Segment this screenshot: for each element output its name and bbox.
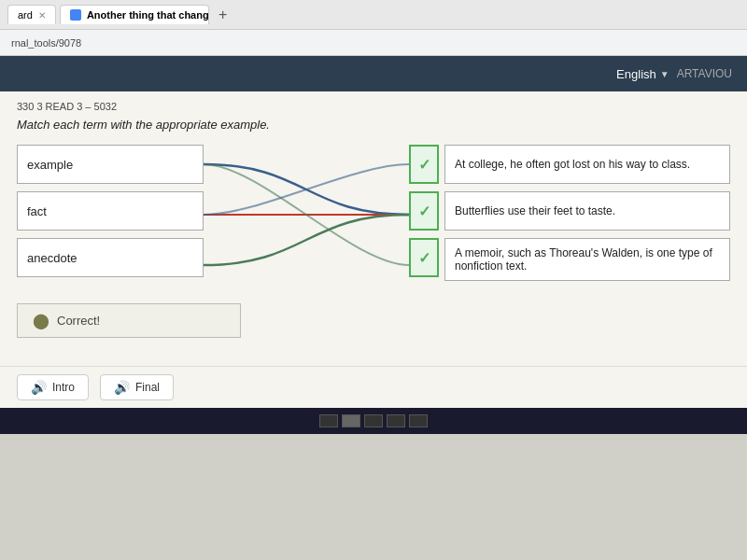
check-1-icon: ✓: [418, 156, 430, 174]
def-1: At college, he often got lost on his way…: [444, 145, 730, 184]
taskbar-btn-5[interactable]: [409, 414, 428, 427]
def-2: Butterflies use their feet to taste.: [444, 191, 730, 231]
instruction-text: Match each term with the appropriate exa…: [17, 118, 730, 132]
check-1: ✓: [409, 145, 439, 184]
chevron-down-icon: ▼: [660, 69, 669, 79]
app-header: English ▼ ARTAVIOU: [0, 56, 747, 91]
language-label: English: [616, 67, 656, 81]
tab-favicon: [70, 9, 81, 21]
feedback-box: ⬤ Correct!: [17, 303, 241, 338]
tab-active-label: Another thing that changed very: [87, 9, 209, 21]
breadcrumb: 330 3 READ 3 – 5032: [17, 101, 730, 112]
tab-label: ard: [18, 9, 33, 21]
taskbar-btn-3[interactable]: [364, 414, 383, 427]
check-column: ✓ ✓ ✓: [409, 145, 444, 277]
check-2-icon: ✓: [418, 203, 430, 220]
final-button[interactable]: 🔊 Final: [100, 374, 174, 400]
check-3: ✓: [409, 238, 439, 277]
content-area: 330 3 READ 3 – 5032 Match each term with…: [0, 91, 747, 366]
matching-exercise: example fact anecdote: [17, 145, 730, 285]
tab-ard[interactable]: ard ✕: [7, 5, 56, 24]
address-text: rnal_tools/9078: [11, 37, 81, 49]
feedback-icon: ⬤: [33, 312, 49, 329]
check-2: ✓: [409, 191, 439, 231]
term-fact[interactable]: fact: [17, 191, 204, 231]
final-label: Final: [135, 381, 160, 394]
taskbar-btn-4[interactable]: [387, 414, 405, 427]
term-example-label: example: [27, 158, 73, 172]
feedback-text: Correct!: [57, 314, 100, 328]
taskbar-btn-1[interactable]: [319, 414, 338, 427]
term-anecdote[interactable]: anecdote: [17, 238, 204, 277]
speaker-icon-intro: 🔊: [31, 380, 47, 395]
def-3: A memoir, such as Thoreau's Walden, is o…: [444, 238, 730, 281]
tab-active[interactable]: Another thing that changed very ✕: [60, 5, 209, 24]
connecting-lines: [204, 145, 409, 285]
def-3-text: A memoir, such as Thoreau's Walden, is o…: [455, 246, 720, 273]
term-fact-label: fact: [27, 204, 47, 218]
check-3-icon: ✓: [418, 249, 430, 267]
tab-close-icon[interactable]: ✕: [38, 10, 46, 21]
taskbar-btn-2[interactable]: [342, 414, 360, 427]
def-2-text: Butterflies use their feet to taste.: [455, 204, 615, 217]
speaker-icon-final: 🔊: [114, 380, 130, 395]
taskbar: [0, 408, 747, 434]
browser-tabs: ard ✕ Another thing that changed very ✕ …: [0, 0, 747, 30]
intro-label: Intro: [52, 381, 75, 394]
language-selector[interactable]: English ▼: [616, 67, 669, 81]
definitions-column: At college, he often got lost on his way…: [444, 145, 730, 281]
new-tab-button[interactable]: +: [213, 7, 233, 23]
terms-column: example fact anecdote: [17, 145, 204, 277]
term-example[interactable]: example: [17, 145, 204, 184]
term-anecdote-label: anecdote: [27, 251, 78, 265]
intro-button[interactable]: 🔊 Intro: [17, 374, 89, 400]
user-label: ARTAVIOU: [677, 67, 732, 80]
bottom-nav: 🔊 Intro 🔊 Final: [0, 366, 747, 408]
def-1-text: At college, he often got lost on his way…: [455, 158, 690, 171]
address-bar: rnal_tools/9078: [0, 30, 747, 56]
